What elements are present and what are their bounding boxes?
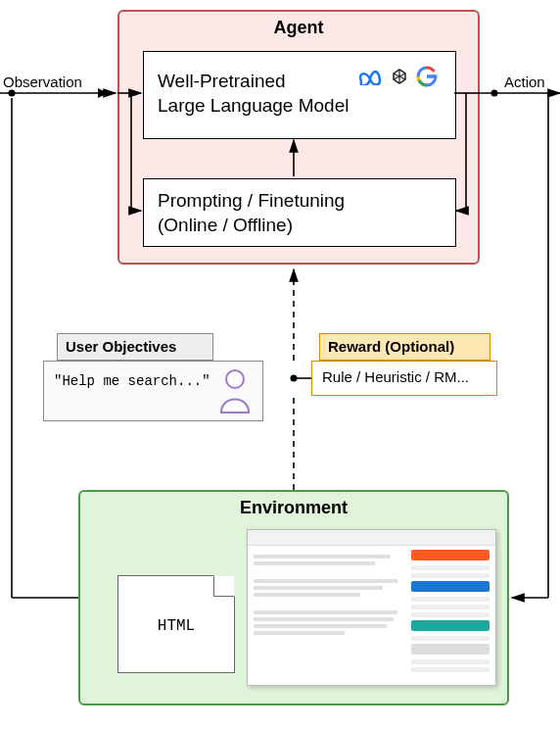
meta-logo-icon [357,68,383,85]
svg-point-1 [226,370,244,388]
prompting-box: Prompting / Finetuning (Online / Offline… [143,178,456,247]
agent-title: Agent [119,18,478,38]
browser-content-left [254,552,405,638]
user-objectives-example: "Help me search..." [54,373,210,389]
mock-button-grey [411,644,490,655]
mock-button-teal [411,620,490,631]
html-document-icon: HTML [117,575,235,673]
prompt-line2: (Online / Offline) [158,215,293,235]
browser-mockup [247,529,496,686]
llm-line1: Well-Pretrained [158,71,286,91]
mock-button-orange [411,550,490,560]
company-logos [357,66,438,87]
svg-point-15 [291,375,298,382]
action-label: Action [504,73,545,90]
svg-point-5 [491,90,498,97]
environment-title: Environment [80,498,507,518]
html-doc-label: HTML [118,617,234,635]
reward-body: Rule / Heuristic / RM... [311,361,497,396]
user-objectives-title: User Objectives [57,333,213,361]
prompting-text: Prompting / Finetuning (Online / Offline… [158,189,345,237]
user-icon [215,367,255,414]
mock-button-blue [411,581,490,592]
browser-sidebar-right [411,550,490,675]
agent-container: Agent Well-Pretrained Large Language Mod… [117,10,480,265]
prompt-line1: Prompting / Finetuning [158,190,345,211]
llm-line2: Large Language Model [158,95,349,116]
environment-container: Environment HTML [78,490,509,705]
google-logo-icon [416,66,438,87]
svg-marker-3 [98,88,108,98]
llm-text: Well-Pretrained Large Language Model [158,70,349,118]
observation-label: Observation [3,73,82,90]
browser-tabbar [248,530,495,546]
llm-box: Well-Pretrained Large Language Model [143,51,456,139]
svg-point-19 [9,90,16,97]
openai-logo-icon [389,66,410,87]
reward-title: Reward (Optional) [319,333,490,361]
